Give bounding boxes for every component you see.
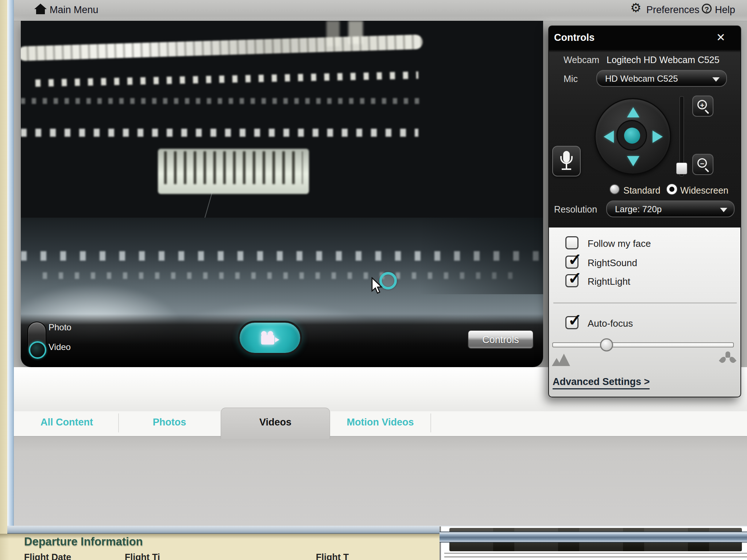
window-left-border: [7, 0, 14, 533]
zoom-in-button[interactable]: +: [692, 96, 713, 117]
preferences-button[interactable]: Preferences: [646, 4, 700, 16]
cursor-arrow-icon: [371, 277, 385, 296]
main-menu-button[interactable]: Main Menu: [50, 4, 98, 16]
webcam-video-preview: Photo Video Controls: [21, 21, 543, 367]
zoom-out-button[interactable]: −: [692, 154, 713, 175]
tab-videos[interactable]: Videos: [221, 417, 330, 428]
checkbox-follow-my-face[interactable]: [565, 236, 578, 249]
autofocus-label[interactable]: Auto-focus: [588, 318, 633, 329]
chevron-down-icon: [712, 77, 720, 82]
toggle-knob-video[interactable]: [29, 341, 46, 359]
pan-down-icon[interactable]: [627, 156, 639, 166]
mic-dropdown[interactable]: HD Webcam C525: [596, 70, 727, 87]
resolution-label: Resolution: [554, 204, 597, 215]
checkbox-autofocus[interactable]: ✓: [565, 316, 578, 329]
widescreen-label[interactable]: Widescreen: [680, 185, 728, 196]
mic-label: Mic: [564, 74, 578, 84]
zoom-slider-thumb[interactable]: [676, 163, 687, 174]
tab-all-content[interactable]: All Content: [15, 417, 118, 428]
gear-icon: ⚙: [630, 1, 641, 14]
photo-video-toggle[interactable]: [27, 322, 46, 359]
focus-slider-track: [552, 342, 734, 347]
resolution-dropdown[interactable]: Large: 720p: [606, 201, 735, 217]
mute-mic-button[interactable]: [552, 146, 581, 176]
radio-standard[interactable]: [609, 184, 620, 194]
check-icon: ✓: [568, 314, 582, 327]
pan-center-button[interactable]: [624, 128, 640, 144]
webcam-value: Logitech HD Webcam C525: [607, 55, 719, 65]
panel-separator: [553, 303, 737, 303]
video-camera-icon: [260, 331, 279, 345]
radio-widescreen-selected[interactable]: [667, 184, 677, 194]
video-scene-highlight-band: [21, 35, 423, 61]
zoom-out-icon: −: [697, 158, 707, 168]
flight-type-column-label: Flight T: [316, 552, 349, 560]
mic-dropdown-value: HD Webcam C525: [605, 74, 678, 84]
focus-slider-thumb[interactable]: [600, 338, 613, 351]
rightsound-label[interactable]: RightSound: [588, 257, 637, 269]
check-icon: ✓: [568, 272, 582, 285]
chevron-down-icon: [720, 208, 727, 212]
video-scene-bright-patch: [158, 149, 309, 194]
webcam-label: Webcam: [564, 55, 599, 65]
record-video-button[interactable]: [238, 321, 302, 355]
flower-icon: [720, 351, 736, 367]
close-icon[interactable]: ✕: [714, 31, 728, 44]
flight-date-column-label: Flight Date: [24, 552, 71, 560]
flight-time-column-label: Flight Ti: [125, 552, 160, 560]
help-icon: ?: [702, 4, 712, 13]
capture-bar: Photo Video Controls: [21, 314, 543, 367]
horizontal-scrollbar[interactable]: [440, 532, 747, 542]
departure-information-heading: Departure Information: [24, 535, 143, 548]
mouse-cursor: [371, 277, 411, 314]
check-icon: ✓: [568, 253, 582, 266]
help-button[interactable]: Help: [715, 4, 735, 16]
standard-label[interactable]: Standard: [623, 185, 660, 196]
pan-left-icon[interactable]: [604, 131, 614, 143]
checkbox-rightlight[interactable]: ✓: [565, 274, 578, 287]
advanced-settings-link[interactable]: Advanced Settings >: [553, 376, 650, 389]
gallery-content-area: [14, 436, 747, 526]
follow-my-face-label[interactable]: Follow my face: [588, 238, 651, 249]
checkbox-rightsound[interactable]: ✓: [565, 256, 578, 269]
home-icon: [34, 4, 47, 15]
tab-motion-videos[interactable]: Motion Videos: [330, 417, 430, 428]
photo-mode-label[interactable]: Photo: [49, 322, 71, 332]
controls-button[interactable]: Controls: [468, 330, 534, 349]
tab-photos[interactable]: Photos: [118, 417, 221, 428]
controls-panel: Controls ✕ Webcam Logitech HD Webcam C52…: [548, 26, 741, 397]
resolution-dropdown-value: Large: 720p: [615, 204, 662, 214]
video-mode-label[interactable]: Video: [49, 342, 71, 352]
pan-right-icon[interactable]: [653, 131, 663, 143]
screen: Main Menu ⚙ Preferences ? Help Photo Vid…: [0, 0, 747, 560]
video-scene-detail: [21, 98, 422, 104]
video-scene-detail: [35, 71, 418, 87]
zoom-in-icon: +: [697, 100, 707, 109]
pan-up-icon[interactable]: [627, 107, 639, 117]
video-scene-detail: [21, 129, 418, 137]
controls-panel-title: Controls: [554, 32, 595, 43]
rightlight-label[interactable]: RightLight: [588, 276, 630, 287]
